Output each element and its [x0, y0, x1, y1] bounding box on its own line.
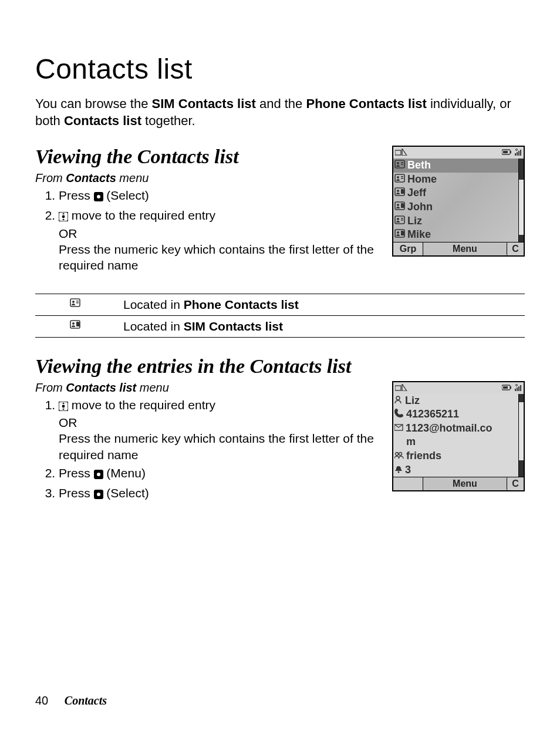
sim-contact-icon	[394, 228, 405, 241]
softkey-left[interactable]: Grp	[393, 242, 423, 255]
scrollbar[interactable]	[518, 159, 524, 242]
manual-page: Contacts list You can browse the SIM Con…	[0, 0, 560, 731]
nav-key-icon	[59, 399, 68, 415]
entry-number-row: 412365211	[393, 407, 518, 422]
steps-list-1: Press (Select) move to the required entr…	[35, 187, 383, 273]
phone-contact-icon	[394, 215, 405, 228]
center-button-icon	[94, 189, 103, 205]
page-title: Contacts list	[35, 53, 525, 85]
group-icon	[394, 450, 404, 463]
entry-email-row: 1123@hotmail.co	[393, 422, 518, 436]
entry-email-row-2: m	[393, 435, 518, 449]
status-bar	[393, 382, 524, 394]
phone-screenshot-contact-entry: Liz 412365211 1123@hotmail.co m	[392, 381, 525, 492]
phone-contact-icon	[70, 298, 83, 311]
intro-text: You can browse the	[35, 96, 152, 111]
signal-icon	[515, 383, 522, 393]
from-line-2: From Contacts list menu	[35, 381, 383, 395]
battery-icon	[502, 147, 511, 158]
home-icon	[395, 383, 408, 393]
phone-contact-icon	[394, 173, 405, 186]
page-number: 40	[35, 694, 48, 707]
icon-legend-table: Located in Phone Contacts list Located i…	[35, 294, 525, 338]
signal-icon	[515, 147, 522, 158]
softkey-clear[interactable]: C	[507, 242, 524, 255]
footer-section-name: Contacts	[65, 694, 107, 707]
entry-ringtone-row: 3	[393, 463, 518, 477]
legend-row-sim: Located in SIM Contacts list	[35, 315, 525, 337]
mail-icon	[394, 422, 403, 435]
scrollbar[interactable]	[518, 394, 524, 477]
step-2: move to the required entry OR Press the …	[59, 207, 383, 273]
softkey-left[interactable]	[393, 477, 423, 490]
page-footer: 40 Contacts	[35, 694, 107, 708]
steps-list-2: move to the required entry OR Press the …	[35, 397, 383, 503]
legend-row-phone: Located in Phone Contacts list	[35, 294, 525, 315]
sim-contact-icon	[394, 187, 405, 200]
contact-row[interactable]: Mike	[393, 228, 518, 242]
phone-screenshot-contacts-list: Beth Home Jeff John	[392, 146, 525, 257]
intro-paragraph: You can browse the SIM Contacts list and…	[35, 96, 525, 129]
battery-icon	[502, 383, 511, 393]
intro-bold-sim: SIM Contacts list	[152, 96, 256, 111]
center-button-icon	[94, 487, 103, 503]
phone-contact-icon	[394, 159, 405, 172]
nav-key-icon	[59, 209, 68, 225]
status-bar	[393, 147, 524, 159]
bell-icon	[394, 464, 403, 477]
intro-bold-phone: Phone Contacts list	[306, 96, 426, 111]
softkey-clear[interactable]: C	[507, 477, 524, 490]
contact-row-selected[interactable]: Beth	[393, 159, 518, 173]
sim-contact-icon	[394, 201, 405, 214]
contact-row[interactable]: John	[393, 200, 518, 214]
softkey-menu[interactable]: Menu	[423, 242, 507, 255]
intro-text: together.	[145, 113, 195, 128]
home-icon	[395, 147, 408, 158]
section-heading-1: Viewing the Contacts list	[35, 146, 383, 168]
intro-text: and the	[259, 96, 306, 111]
from-line-1: From Contacts menu	[35, 171, 383, 185]
section-heading-2: Viewing the entries in the Contacts list	[35, 355, 525, 378]
person-icon	[394, 395, 403, 407]
softkey-bar: Menu C	[393, 477, 524, 490]
entry-group-row: friends	[393, 449, 518, 463]
contact-row[interactable]: Jeff	[393, 186, 518, 200]
handset-icon	[394, 408, 404, 421]
step-2: Press (Menu)	[59, 465, 383, 483]
contact-row[interactable]: Liz	[393, 214, 518, 228]
entry-name-row: Liz	[393, 394, 518, 408]
softkey-bar: Grp Menu C	[393, 242, 524, 255]
intro-bold-contacts: Contacts list	[64, 113, 141, 128]
center-button-icon	[94, 467, 103, 483]
contact-row[interactable]: Home	[393, 173, 518, 187]
step-3: Press (Select)	[59, 485, 383, 503]
softkey-menu[interactable]: Menu	[423, 477, 507, 490]
sim-contact-icon	[70, 319, 83, 333]
step-1: Press (Select)	[59, 187, 383, 205]
step-1: move to the required entry OR Press the …	[59, 397, 383, 463]
